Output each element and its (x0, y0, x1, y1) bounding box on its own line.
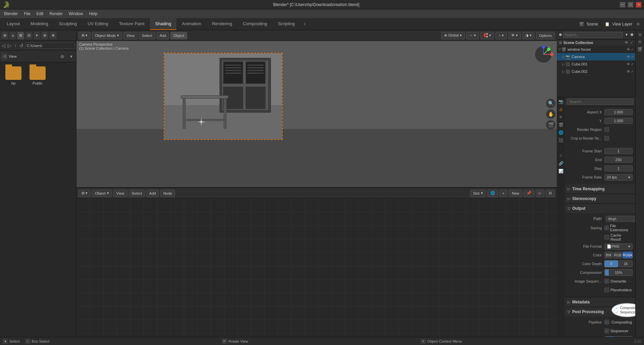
node-add-btn[interactable]: Add (146, 190, 159, 197)
outliner-item-camera[interactable]: ▷ 📷 Camera 👁 ✓ (557, 53, 635, 60)
node-node-btn[interactable]: Node (160, 190, 175, 197)
node-right-btn[interactable]: ▷ (536, 190, 544, 197)
step-value[interactable]: 1 (604, 165, 633, 171)
properties-search[interactable] (567, 99, 633, 105)
viewport-canvas[interactable]: Camera Perspective (1) Scene Collection … (76, 41, 557, 187)
node-editor-type-btn[interactable]: ⊞ ▾ (78, 190, 91, 197)
vp-proportional-btn[interactable]: ○ ▾ (495, 32, 507, 39)
end-value[interactable]: 250 (604, 157, 633, 163)
file-item-public[interactable]: Public (27, 65, 48, 87)
placeholders-checkbox[interactable] (604, 288, 609, 292)
time-remapping-header[interactable]: ▷ Time Remapping (565, 184, 635, 194)
tab-scripting[interactable]: Scripting (272, 18, 300, 30)
tab-texture-paint[interactable]: Texture Paint (114, 18, 150, 30)
tab-uv-editing[interactable]: UV Editing (82, 18, 113, 30)
prop-icon-world[interactable]: 🌐 (557, 129, 565, 136)
fb-grid-btn[interactable]: ⊞ (17, 32, 24, 39)
vp-select-btn[interactable]: Select (139, 32, 155, 39)
options-btn[interactable]: Options (536, 32, 555, 39)
nav-refresh-button[interactable]: ↺ (19, 42, 24, 49)
color-rgba-btn[interactable]: RGBA (623, 252, 633, 258)
crop-checkbox[interactable] (604, 136, 609, 141)
menu-help[interactable]: Help (86, 11, 100, 17)
vp-view-btn[interactable]: View (123, 32, 138, 39)
outliner-item-window-house[interactable]: ▽ 🎬 window house 👁 ✓ (557, 46, 635, 53)
prop-icon-physics[interactable]: ⚛ (557, 152, 565, 159)
menu-render[interactable]: Render (47, 11, 65, 17)
path-field[interactable] (606, 216, 635, 222)
outliner-item-cube001[interactable]: ▷ ⬛ Cube.001 👁 ✓ (557, 60, 635, 68)
sidebar-btn[interactable]: ◁ (1, 53, 7, 60)
sc-eye-icon[interactable]: 👁 (625, 40, 629, 45)
fb-filter2-btn[interactable]: ⊕ (50, 32, 57, 39)
file-extensions-checkbox[interactable] (604, 226, 609, 230)
node-globe-btn[interactable]: 🌐 (487, 190, 498, 197)
prop-icon-object[interactable]: ⬛ (557, 137, 565, 144)
file-item-hp[interactable]: hp (3, 65, 24, 87)
sidebar-filter-btn[interactable]: ⊛ (59, 53, 66, 60)
color-bw-btn[interactable]: BW (604, 252, 613, 258)
tab-layout[interactable]: Layout (1, 18, 25, 30)
fb-list-btn[interactable]: ≡ (10, 32, 16, 39)
prop-icon-render[interactable]: 📷 (557, 98, 565, 105)
fb-icon-btn[interactable]: ⊞ (1, 32, 8, 39)
sequencer-checkbox[interactable] (604, 329, 609, 333)
close-button[interactable]: ✕ (636, 2, 641, 7)
node-pin-btn[interactable]: 📌 (524, 190, 534, 197)
vp-object-btn[interactable]: Object (170, 32, 187, 39)
menu-edit[interactable]: Edit (34, 11, 46, 17)
outliner-options-icon[interactable]: ▾ (626, 33, 628, 37)
nav-forward-button[interactable]: ▷ (7, 42, 12, 49)
minimize-button[interactable]: ─ (620, 2, 625, 7)
vp-transform-btn[interactable]: ↔ ▾ (466, 32, 479, 39)
node-select-btn[interactable]: Select (129, 190, 145, 197)
outliner-sync-icon[interactable]: ⊕ (630, 33, 633, 37)
editor-type-btn[interactable]: ⊞ ▾ (78, 32, 91, 39)
outliner-search-input[interactable] (563, 32, 623, 38)
vp-snap-btn[interactable]: 🧲 ▾ (480, 32, 494, 39)
nav-back-button[interactable]: ◁ (1, 42, 6, 49)
sc-select-icon[interactable]: ✓ (630, 40, 633, 45)
outliner-item-cube002[interactable]: ▷ ⬛ Cube.002 👁 ✓ (557, 68, 635, 75)
node-right2-btn[interactable]: ⊟ (546, 190, 555, 197)
view-layer-settings[interactable]: ⚙ (636, 22, 640, 27)
prop-icon-output[interactable]: 🖨 (557, 106, 565, 113)
color-depth-16-btn[interactable]: 16 (619, 260, 633, 267)
object-mode-btn[interactable]: Object Mode ▾ (92, 32, 122, 39)
prop-icon-view[interactable]: 👁 (557, 113, 565, 121)
menu-file[interactable]: File (21, 11, 33, 17)
overwrite-checkbox[interactable] (604, 279, 609, 284)
prop-icon-data[interactable]: 📊 (557, 167, 565, 175)
vp-overlays-btn[interactable]: 👁 ▾ (508, 32, 521, 39)
node-add-slot-btn[interactable]: + (499, 190, 507, 197)
slot-btn[interactable]: Slot ▾ (470, 190, 486, 197)
camera-button[interactable]: 🎬 (546, 120, 555, 130)
maximize-button[interactable]: □ (628, 2, 633, 7)
pan-button[interactable]: ✋ (546, 109, 555, 119)
tab-compositing[interactable]: Compositing (237, 18, 272, 30)
compression-bar[interactable]: 15% (604, 269, 633, 276)
cache-result-checkbox[interactable] (604, 235, 609, 240)
frame-start-value[interactable]: 1 (604, 148, 633, 154)
fb-grid-small-btn[interactable]: ⊟ (25, 32, 33, 39)
tab-shading[interactable]: Shading (150, 18, 177, 30)
render-region-checkbox[interactable] (604, 127, 609, 132)
output-header[interactable]: ▽ Output (565, 204, 635, 213)
strip-scene-icon[interactable]: 🎬 (636, 46, 644, 53)
prop-icon-scene[interactable]: 🎬 (557, 121, 565, 129)
vp-transform-global[interactable]: ⊕ Global ▾ (441, 32, 465, 39)
nav-up-button[interactable]: ↑ (13, 42, 18, 49)
tab-modeling[interactable]: Modeling (25, 18, 54, 30)
tab-animation[interactable]: Animation (176, 18, 207, 30)
color-rgb-btn[interactable]: RGB (613, 252, 622, 258)
prop-icon-constraints[interactable]: 🔗 (557, 160, 565, 167)
color-depth-8-btn[interactable]: 8 (604, 260, 618, 267)
prop-icon-particles[interactable]: · (557, 144, 565, 152)
path-input[interactable] (25, 43, 75, 49)
node-mode-btn[interactable]: Object ▾ (92, 190, 112, 197)
aspect-y-value[interactable]: 1.000 (604, 118, 633, 124)
node-canvas[interactable] (76, 199, 557, 337)
compositing-checkbox[interactable] (604, 320, 609, 325)
menu-window[interactable]: Window (66, 11, 86, 17)
axes-widget[interactable]: X Y Z (533, 44, 553, 65)
